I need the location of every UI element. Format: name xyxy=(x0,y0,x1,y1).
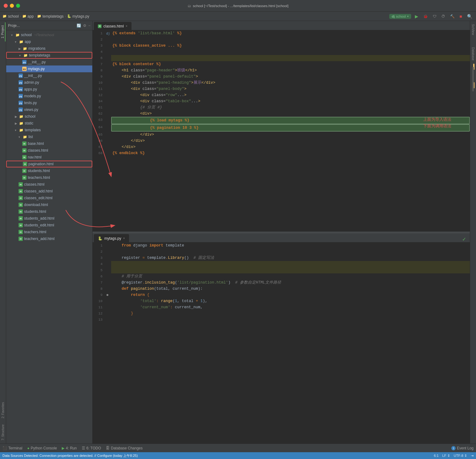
profile-button[interactable]: ⏱ xyxy=(440,14,446,19)
html-icon-classes-add: H xyxy=(19,189,23,193)
database-tab[interactable]: Database xyxy=(471,44,475,64)
html-icon-classes: H xyxy=(22,148,27,153)
breadcrumb-app[interactable]: 📁 app xyxy=(22,14,34,19)
tree-item-classes-html-top[interactable]: H classes.html xyxy=(6,181,92,188)
tree-item-app[interactable]: ▾ 📁 app xyxy=(6,38,92,45)
tree-item-mytags-py[interactable]: py mytags.py xyxy=(6,65,92,72)
py-icon-views: py xyxy=(19,107,23,112)
stop-button[interactable]: ■ xyxy=(458,13,463,19)
scope-icon[interactable]: 🔄 xyxy=(77,23,81,28)
traffic-lights[interactable] xyxy=(4,4,20,8)
favorites-tab[interactable]: 2: Favorites xyxy=(1,399,5,421)
label-init-py-1: __init__.py xyxy=(28,60,46,64)
tree-item-nav-html[interactable]: H nav.html xyxy=(6,154,92,161)
db-changes-button[interactable]: 🗄 Database Changes xyxy=(106,446,143,450)
build-button[interactable]: 🔨 xyxy=(449,14,456,19)
terminal-button[interactable]: ⬛ Terminal xyxy=(2,446,22,450)
maximize-button[interactable] xyxy=(16,4,20,8)
scrollbar-thumb-right[interactable] xyxy=(472,67,474,91)
tree-item-teachers-add-html[interactable]: H teachers_add.html xyxy=(6,235,92,242)
tree-item-apps-py[interactable]: py apps.py xyxy=(6,86,92,93)
debug-button[interactable]: 🐞 xyxy=(422,14,429,19)
main-layout: 1: Project 2: Favorites 7: Structure Pro… xyxy=(0,21,476,444)
panel-icons: 🔄 ⚙ − xyxy=(77,23,90,28)
tree-item-students-add-html[interactable]: H students_add.html xyxy=(6,215,92,222)
minimap-scrollbar[interactable] xyxy=(472,64,474,444)
project-tab[interactable]: 1: Project xyxy=(0,22,6,41)
code-line-65: 65 </div> xyxy=(93,132,470,138)
coverage-button[interactable]: 🛡 xyxy=(432,14,438,19)
tree-item-init-py-templatetags[interactable]: py __init__.py xyxy=(6,59,92,65)
django-badge[interactable]: dj school ▾ xyxy=(389,14,411,19)
code-editor-bottom[interactable]: 1 from django import template 2 xyxy=(93,242,470,444)
status-message[interactable]: Data Sources Detected: Connection proper… xyxy=(2,453,138,458)
collapse-icon[interactable]: − xyxy=(88,23,90,28)
label-students-add-html: students_add.html xyxy=(24,216,54,221)
code-line-62: 62 <div> xyxy=(93,111,470,117)
tree-item-templates[interactable]: ▾ 📁 templates xyxy=(6,127,92,133)
event-log-button[interactable]: 1 Event Log xyxy=(451,446,474,450)
code-line-11: 11 <div class="panel-body"> xyxy=(93,86,470,92)
label-classes-html: classes.html xyxy=(28,148,48,153)
tree-item-models-py[interactable]: py models.py xyxy=(6,93,92,99)
close-tab-mytags[interactable]: × xyxy=(123,237,125,240)
tree-item-students-html-list[interactable]: H students.html xyxy=(6,167,92,174)
tree-item-teachers-html[interactable]: H teachers.html xyxy=(6,229,92,235)
code-line-4: 4 xyxy=(93,49,470,55)
minimize-button[interactable] xyxy=(10,4,14,8)
label-list: list xyxy=(28,135,33,139)
tree-item-admin-py[interactable]: py admin.py xyxy=(6,79,92,86)
tree-item-templatetags[interactable]: ▾ 📁 templatetags xyxy=(6,52,92,59)
close-button[interactable] xyxy=(4,4,8,8)
run-button[interactable]: ▶ xyxy=(414,13,420,19)
todo-button[interactable]: ☰ 6: TODO xyxy=(82,446,101,450)
label-students-edit-html: students_edit.html xyxy=(24,223,54,227)
tree-item-views-py[interactable]: py views.py xyxy=(6,106,92,113)
breadcrumb-mytags[interactable]: 🐍 mytags.py xyxy=(67,14,89,19)
tree-item-static[interactable]: ▶ 📁 static xyxy=(6,120,92,127)
bottom-line-4: 4 xyxy=(93,261,470,267)
label-migrations: migrations xyxy=(28,46,45,51)
right-vertical-tabs: SciView Database xyxy=(470,21,476,444)
tree-item-pagination-html[interactable]: H pagination.html xyxy=(6,161,92,167)
python-console-button[interactable]: ● Python Console xyxy=(27,446,57,450)
breadcrumb-templatetags[interactable]: 📁 templatetags xyxy=(37,14,64,19)
bottom-line-11: 11 'current_num': current_num, xyxy=(93,304,470,310)
tree-item-classes-add-html[interactable]: H classes_add.html xyxy=(6,188,92,195)
tree-item-base-html[interactable]: H base.html xyxy=(6,140,92,147)
event-log-icon: 1 xyxy=(451,446,456,450)
search-button[interactable]: 🔍 xyxy=(466,13,474,19)
settings-icon[interactable]: ⚙ xyxy=(83,23,86,28)
label-students-html: students.html xyxy=(24,209,46,214)
close-tab-classes[interactable]: × xyxy=(126,24,127,28)
tree-item-migrations[interactable]: ▶ 📁 migrations xyxy=(6,45,92,52)
code-editor-top[interactable]: 1 dj {% extends 'list/base.html' %} 2 xyxy=(93,30,470,231)
tree-item-classes-edit-html[interactable]: H classes_edit.html xyxy=(6,195,92,201)
label-templates: templates xyxy=(25,128,41,132)
arrow-school: ▾ xyxy=(11,33,14,37)
tab-mytags-py[interactable]: 🐍 mytags.py × xyxy=(94,234,129,242)
cursor-position[interactable]: 6:1 xyxy=(434,454,439,457)
tree-item-school[interactable]: ▾ 📁 school ~/Test/school xyxy=(6,32,92,38)
run-button-bottom[interactable]: ▶ 4: Run xyxy=(62,446,77,450)
tree-item-students-html[interactable]: H students.html xyxy=(6,208,92,215)
fold-indicator xyxy=(106,294,108,296)
sciview-tab[interactable]: SciView xyxy=(471,21,475,38)
tree-item-init-py-app[interactable]: py __init__.py xyxy=(6,72,92,79)
encoding: UTF-8 ⇕ xyxy=(454,454,467,458)
tab-classes-html[interactable]: H classes.html × xyxy=(94,22,132,30)
run-icon-bottom: ▶ xyxy=(62,446,65,450)
tree-item-school-inner[interactable]: ▶ 📁 school xyxy=(6,113,92,120)
tree-item-list[interactable]: ▾ 📁 list xyxy=(6,133,92,140)
tree-item-teachers-html-list[interactable]: H teachers.html xyxy=(6,174,92,181)
breadcrumb-school[interactable]: school xyxy=(8,14,19,19)
tree-item-tests-py[interactable]: py tests.py xyxy=(6,99,92,106)
school-path: ~/Test/school xyxy=(34,33,54,37)
folder-icon-app: 📁 xyxy=(19,40,23,44)
label-pagination-html: pagination.html xyxy=(28,162,53,166)
tree-item-download-html[interactable]: H download.html xyxy=(6,201,92,208)
structure-tab[interactable]: 7: Structure xyxy=(1,421,5,444)
code-line-64: 64 {% pagination 10 3 %} xyxy=(93,124,470,132)
tree-item-students-edit-html[interactable]: H students_edit.html xyxy=(6,222,92,229)
tree-item-classes-html[interactable]: H classes.html xyxy=(6,147,92,154)
